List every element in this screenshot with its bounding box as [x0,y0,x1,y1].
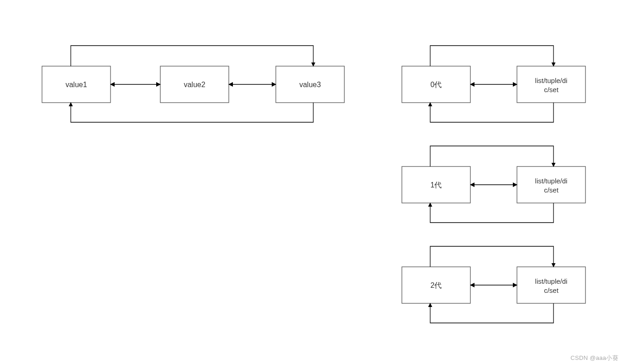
right-2-loop-top [430,246,553,267]
diagram-canvas: value1 value2 value3 0代 list/tuple/di c/… [0,0,622,364]
left-diagram: value1 value2 value3 [42,46,344,122]
right-1-right-label-line1: list/tuple/di [535,177,568,185]
right-diagram-0: 0代 list/tuple/di c/set [402,46,585,122]
right-1-left-label: 1代 [431,181,442,189]
svg-rect-6 [517,166,585,203]
right-0-right-label-line2: c/set [544,86,559,94]
right-0-loop-bottom [430,103,553,122]
left-box-3-label: value3 [299,81,321,88]
left-loop-top [71,46,313,66]
right-1-right-label-line2: c/set [544,186,559,194]
watermark: CSDN @aaa小葵 [570,354,618,362]
right-0-loop-top [430,46,553,66]
left-loop-bottom [71,103,313,122]
left-box-1-label: value1 [65,81,87,88]
svg-rect-4 [517,66,585,103]
svg-rect-8 [517,267,585,303]
right-0-right-label-line1: list/tuple/di [535,77,568,84]
right-1-loop-top [430,146,553,166]
right-1-loop-bottom [430,203,553,223]
right-0-left-label: 0代 [431,81,442,88]
right-2-left-label: 2代 [431,281,442,289]
right-diagram-1: 1代 list/tuple/di c/set [402,146,585,223]
right-2-loop-bottom [430,303,553,323]
left-box-2-label: value2 [184,81,205,88]
right-diagram-2: 2代 list/tuple/di c/set [402,246,585,323]
right-2-right-label-line2: c/set [544,286,559,294]
right-2-right-label-line1: list/tuple/di [535,277,568,285]
